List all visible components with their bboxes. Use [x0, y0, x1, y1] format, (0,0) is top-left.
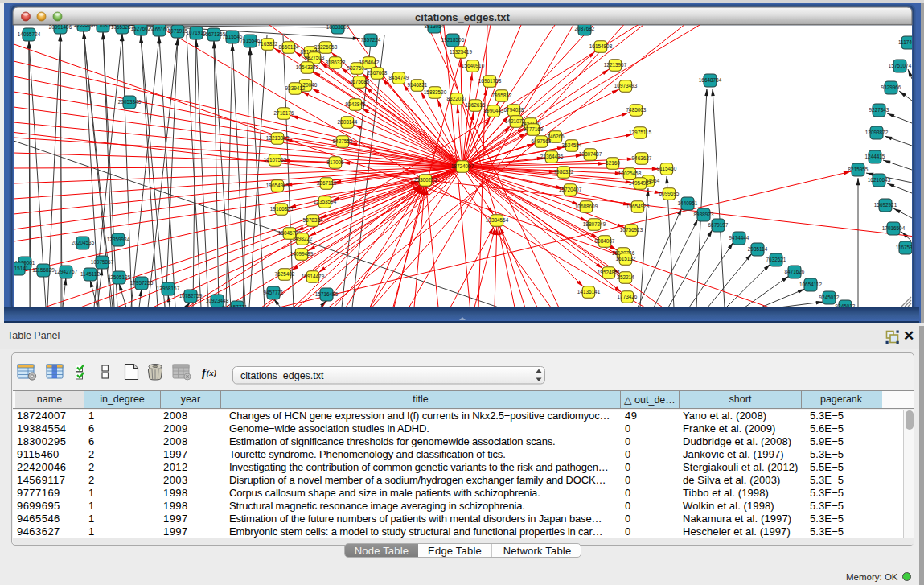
svg-text:16154808: 16154808 — [589, 43, 613, 49]
svg-text:12213343: 12213343 — [266, 135, 290, 141]
svg-text:3267110: 3267110 — [317, 180, 337, 186]
svg-text:8454749: 8454749 — [389, 75, 409, 80]
svg-text:9474444: 9474444 — [729, 235, 749, 241]
svg-text:8938923: 8938923 — [694, 212, 714, 217]
svg-text:10923448: 10923448 — [206, 298, 229, 303]
svg-text:10782759: 10782759 — [179, 293, 203, 299]
svg-text:20053346: 20053346 — [118, 99, 142, 105]
svg-text:9227343: 9227343 — [869, 107, 889, 113]
svg-text:3624554: 3624554 — [562, 142, 582, 148]
svg-text:1527602: 1527602 — [131, 26, 151, 31]
svg-text:8660124: 8660124 — [279, 44, 299, 50]
svg-text:5878334: 5878334 — [303, 217, 323, 223]
svg-text:7632621: 7632621 — [766, 257, 786, 262]
svg-text:6679197: 6679197 — [708, 222, 729, 228]
svg-text:6497568: 6497568 — [532, 138, 552, 144]
svg-text:1498222: 1498222 — [293, 236, 313, 241]
svg-text:(x): (x) — [207, 368, 217, 378]
svg-text:10756923: 10756923 — [620, 227, 643, 233]
svg-text:6466160: 6466160 — [150, 27, 170, 32]
svg-text:12505135: 12505135 — [108, 274, 131, 280]
svg-text:19384554: 19384554 — [486, 217, 509, 223]
svg-text:9115460: 9115460 — [657, 166, 677, 171]
svg-text:9827503: 9827503 — [305, 55, 325, 60]
svg-text:11156829: 11156829 — [32, 267, 55, 273]
svg-text:3186328: 3186328 — [326, 60, 346, 65]
svg-text:1362615: 1362615 — [466, 102, 486, 108]
svg-text:9457771: 9457771 — [264, 290, 284, 295]
svg-text:17016504: 17016504 — [882, 225, 906, 231]
svg-text:8427552: 8427552 — [333, 138, 353, 144]
svg-text:7955812: 7955812 — [492, 93, 512, 98]
svg-text:8322037: 8322037 — [447, 96, 467, 101]
svg-text:6099695: 6099695 — [659, 191, 680, 196]
svg-text:8471626: 8471626 — [785, 269, 805, 274]
svg-text:25300215: 25300215 — [414, 177, 437, 183]
svg-text:2367608: 2367608 — [368, 70, 388, 76]
svg-text:1244415: 1244415 — [865, 154, 885, 159]
svg-text:16961758: 16961758 — [478, 78, 502, 84]
svg-text:17957255: 17957255 — [130, 280, 154, 286]
svg-text:15716485: 15716485 — [315, 291, 339, 297]
svg-text:13958157: 13958157 — [157, 286, 180, 291]
svg-text:10654112: 10654112 — [799, 282, 822, 287]
svg-text:3675685: 3675685 — [350, 79, 370, 84]
svg-text:15720407: 15720407 — [559, 187, 582, 192]
svg-text:62160: 62160 — [606, 160, 620, 166]
svg-text:9146821: 9146821 — [408, 82, 428, 88]
svg-text:2935114: 2935114 — [748, 246, 768, 252]
svg-text:citations_edges.txt: citations_edges.txt — [415, 11, 510, 23]
svg-text:12213967: 12213967 — [604, 62, 627, 68]
svg-text:19654945: 19654945 — [266, 183, 290, 188]
svg-text:12942757: 12942757 — [55, 269, 78, 274]
svg-text:14136141: 14136141 — [577, 289, 601, 295]
svg-text:10973493: 10973493 — [614, 83, 638, 89]
svg-text:8990443: 8990443 — [484, 108, 504, 113]
svg-text:19166825: 19166825 — [270, 206, 294, 212]
svg-text:8215955: 8215955 — [848, 167, 869, 172]
svg-text:7986322: 7986322 — [554, 169, 574, 175]
svg-text:6794028: 6794028 — [504, 107, 524, 113]
svg-text:10688609: 10688609 — [575, 204, 598, 209]
svg-text:10543342: 10543342 — [296, 64, 319, 70]
svg-text:1440951: 1440951 — [678, 200, 698, 206]
svg-text:20204535: 20204535 — [72, 240, 95, 245]
svg-text:817006: 817006 — [326, 159, 344, 165]
svg-text:16033809: 16033809 — [326, 24, 350, 30]
svg-text:12359934: 12359934 — [107, 237, 130, 242]
svg-text:1954642: 1954642 — [359, 60, 380, 65]
svg-text:7163822: 7163822 — [258, 41, 278, 47]
svg-text:19218506: 19218506 — [441, 37, 465, 43]
svg-text:2718176: 2718176 — [274, 110, 294, 116]
svg-text:7625402: 7625402 — [275, 271, 295, 277]
svg-text:9245012: 9245012 — [819, 295, 840, 300]
svg-text:9084067: 9084067 — [595, 238, 615, 244]
svg-text:7357224: 7357224 — [361, 37, 381, 43]
svg-text:16107552: 16107552 — [264, 157, 287, 163]
svg-text:20091406: 20091406 — [49, 24, 72, 30]
svg-text:14099489: 14099489 — [290, 251, 314, 257]
svg-text:16210643: 16210643 — [868, 177, 891, 183]
svg-text:11325419: 11325419 — [450, 49, 472, 55]
svg-text:15883520: 15883520 — [424, 89, 447, 95]
svg-text:9463627: 9463627 — [632, 155, 652, 161]
svg-text:21364436: 21364436 — [540, 154, 564, 159]
svg-text:9329966: 9329966 — [881, 84, 901, 90]
svg-text:9242845: 9242845 — [346, 101, 366, 107]
svg-text:19914479: 19914479 — [302, 274, 325, 279]
svg-text:1071915: 1071915 — [168, 28, 188, 34]
svg-text:14055724: 14055724 — [18, 31, 41, 37]
svg-text:14954954: 14954954 — [629, 180, 652, 186]
svg-text:15692921: 15692921 — [874, 202, 897, 208]
svg-text:1773426: 1773426 — [618, 294, 638, 299]
svg-text:15751074: 15751074 — [889, 63, 912, 68]
svg-text:252214: 252214 — [617, 274, 634, 280]
svg-text:15640910: 15640910 — [462, 63, 485, 68]
svg-text:23226058: 23226058 — [314, 44, 338, 50]
svg-text:10025458: 10025458 — [618, 171, 642, 176]
svg-text:16648784: 16648784 — [699, 77, 722, 83]
svg-text:citations_edges.txt: citations_edges.txt — [240, 370, 324, 381]
svg-text:2087682: 2087682 — [575, 26, 595, 31]
svg-text:7485003: 7485003 — [626, 107, 647, 113]
svg-text:2803144: 2803144 — [338, 119, 358, 125]
